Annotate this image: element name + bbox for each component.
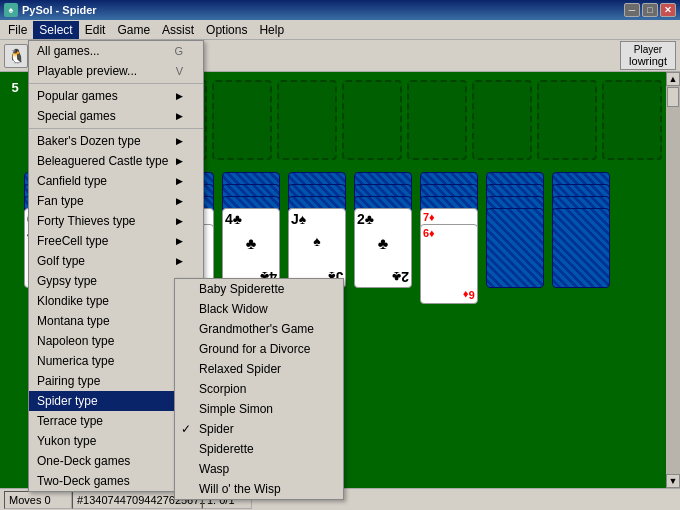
status-moves: Moves 0 — [4, 491, 72, 509]
title-bar: ♠ PySol - Spider ─ □ ✕ — [0, 0, 680, 20]
spider-submenu: Baby Spiderette Black Widow Grandmother'… — [174, 278, 344, 500]
card-back[interactable] — [552, 208, 610, 288]
foundation-6[interactable] — [472, 80, 532, 160]
foundation-8[interactable] — [602, 80, 662, 160]
menu-bar: File Select Edit Game Assist Options Hel… — [0, 20, 680, 40]
foundations — [147, 80, 662, 160]
card-face[interactable]: 2♣ ♣ 2♣ — [354, 208, 412, 288]
scrollbar[interactable]: ▲ ▼ — [666, 72, 680, 488]
player-box: Player lowringt — [620, 41, 676, 70]
scroll-thumb[interactable] — [667, 87, 679, 107]
submenu-spiderette[interactable]: Spiderette — [175, 439, 343, 459]
foundation-5[interactable] — [407, 80, 467, 160]
dropdown-fan[interactable]: Fan type ▶ — [29, 191, 203, 211]
minimize-button[interactable]: ─ — [624, 3, 640, 17]
dropdown-freecell[interactable]: FreeCell type ▶ — [29, 231, 203, 251]
card-face[interactable]: 4♣ ♣ 4♣ — [222, 208, 280, 288]
card-face[interactable]: J♠ ♠ J♠ — [288, 208, 346, 288]
foundation-7[interactable] — [537, 80, 597, 160]
submenu-scorpion[interactable]: Scorpion — [175, 379, 343, 399]
dropdown-canfield[interactable]: Canfield type ▶ — [29, 171, 203, 191]
submenu-wasp[interactable]: Wasp — [175, 459, 343, 479]
submenu-baby-spiderette[interactable]: Baby Spiderette — [175, 279, 343, 299]
submenu-spider[interactable]: ✓ Spider — [175, 419, 343, 439]
dropdown-all-games[interactable]: All games... G — [29, 41, 203, 61]
penguin-icon[interactable]: 🐧 — [4, 44, 28, 68]
dropdown-sep-2 — [29, 128, 203, 129]
dropdown-beleaguered[interactable]: Beleaguered Castle type ▶ — [29, 151, 203, 171]
dropdown-forty-thieves[interactable]: Forty Thieves type ▶ — [29, 211, 203, 231]
close-button[interactable]: ✕ — [660, 3, 676, 17]
foundation-4[interactable] — [342, 80, 402, 160]
dropdown-special[interactable]: Special games ▶ — [29, 106, 203, 126]
submenu-will-o-wisp[interactable]: Will o' the Wisp — [175, 479, 343, 499]
dropdown-bakers-dozen[interactable]: Baker's Dozen type ▶ — [29, 131, 203, 151]
submenu-simple-simon[interactable]: Simple Simon — [175, 399, 343, 419]
dropdown-sep-1 — [29, 83, 203, 84]
scroll-track — [666, 86, 680, 474]
dropdown-popular[interactable]: Popular games ▶ — [29, 86, 203, 106]
menu-assist[interactable]: Assist — [156, 21, 200, 39]
foundation-3[interactable] — [277, 80, 337, 160]
window-title: PySol - Spider — [22, 4, 97, 16]
foundation-2[interactable] — [212, 80, 272, 160]
menu-select[interactable]: Select — [33, 21, 78, 39]
card-back[interactable] — [486, 208, 544, 288]
menu-help[interactable]: Help — [253, 21, 290, 39]
deck-number: 5 — [11, 80, 18, 95]
deck-area: 5 — [8, 80, 22, 95]
menu-file[interactable]: File — [2, 21, 33, 39]
dropdown-golf[interactable]: Golf type ▶ — [29, 251, 203, 271]
player-label: Player — [629, 44, 667, 55]
submenu-relaxed-spider[interactable]: Relaxed Spider — [175, 359, 343, 379]
menu-options[interactable]: Options — [200, 21, 253, 39]
maximize-button[interactable]: □ — [642, 3, 658, 17]
submenu-black-widow[interactable]: Black Widow — [175, 299, 343, 319]
dropdown-playable-preview[interactable]: Playable preview... V — [29, 61, 203, 81]
card-face[interactable]: 6♦ 6♦ — [420, 224, 478, 304]
menu-edit[interactable]: Edit — [79, 21, 112, 39]
scroll-up-button[interactable]: ▲ — [666, 72, 680, 86]
player-name: lowringt — [629, 55, 667, 67]
submenu-ground-for-divorce[interactable]: Ground for a Divorce — [175, 339, 343, 359]
app-icon: ♠ — [4, 3, 18, 17]
scroll-down-button[interactable]: ▼ — [666, 474, 680, 488]
submenu-grandmothers-game[interactable]: Grandmother's Game — [175, 319, 343, 339]
menu-game[interactable]: Game — [111, 21, 156, 39]
